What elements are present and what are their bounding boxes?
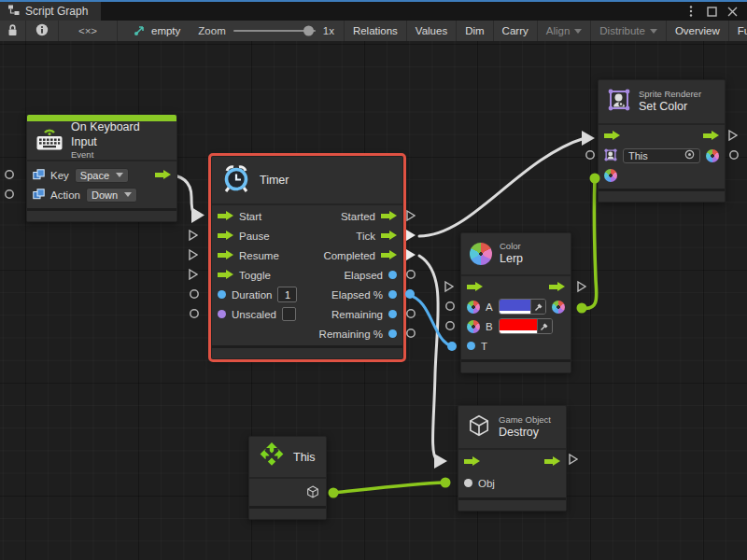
node-on-keyboard-input[interactable]: On Keyboard Input Event Key Space: [26, 114, 177, 222]
object-picker-icon[interactable]: [684, 149, 695, 161]
elapsed-out-port[interactable]: [388, 271, 397, 279]
resume-in-port[interactable]: [218, 250, 233, 260]
ext-port-circle[interactable]: [190, 309, 200, 319]
pause-in-port[interactable]: [218, 231, 233, 241]
node-header: On Keyboard Input Event: [27, 121, 176, 161]
zoom-slider-knob[interactable]: [303, 26, 314, 36]
enter-in-port[interactable]: [604, 131, 620, 141]
ext-port-circle[interactable]: [445, 301, 456, 312]
distribute-button[interactable]: Distribute: [591, 21, 667, 41]
window-menu-icon[interactable]: [684, 4, 698, 19]
completed-out-port[interactable]: [381, 250, 397, 260]
values-button[interactable]: Values: [407, 21, 457, 41]
enter-in-port[interactable]: [464, 456, 480, 467]
exit-out-port[interactable]: [544, 456, 560, 467]
ext-port-circle[interactable]: [729, 150, 740, 161]
color-in-port[interactable]: [604, 169, 617, 182]
ext-port-triangle[interactable]: [406, 210, 416, 222]
dim-button[interactable]: Dim: [457, 21, 493, 41]
ext-port-triangle[interactable]: [189, 230, 199, 242]
a-color-port[interactable]: [467, 301, 480, 314]
remaining-pct-out-port[interactable]: [388, 329, 397, 338]
unscaled-in-port[interactable]: [218, 310, 226, 318]
action-dropdown[interactable]: Down: [86, 188, 137, 203]
b-color-port[interactable]: [467, 320, 480, 333]
key-dropdown[interactable]: Space: [75, 168, 129, 183]
exit-out-port[interactable]: [703, 131, 719, 141]
zoom-value: 1x: [323, 25, 334, 36]
align-button[interactable]: Align: [538, 21, 592, 41]
graph-reference[interactable]: empty: [125, 21, 189, 41]
wire-this-to-destroy-obj[interactable]: [333, 483, 444, 493]
node-subtitle: Event: [71, 149, 168, 161]
relations-button[interactable]: Relations: [345, 21, 407, 41]
started-out-port[interactable]: [381, 211, 397, 221]
wire-timer-tick-to-setcolor[interactable]: [419, 138, 585, 236]
ext-port-triangle[interactable]: [189, 249, 199, 261]
start-in-port[interactable]: [218, 211, 233, 221]
enter-in-port[interactable]: [467, 282, 483, 292]
move-self-icon: [258, 441, 286, 473]
tick-out-port[interactable]: [381, 231, 397, 241]
node-this[interactable]: This: [248, 436, 327, 520]
sprite-renderer-icon: [607, 88, 631, 116]
exit-out-port[interactable]: [549, 282, 565, 292]
eyedropper-icon[interactable]: [537, 319, 552, 333]
ext-port-triangle-filled[interactable]: [405, 248, 416, 261]
remaining-out-port[interactable]: [388, 310, 397, 318]
ext-port-circle[interactable]: [190, 289, 200, 300]
close-icon[interactable]: [725, 4, 740, 19]
node-destroy[interactable]: Game Object Destroy Obj: [458, 405, 567, 511]
toggle-in-port[interactable]: [218, 270, 233, 280]
key-row: Key Space: [27, 165, 176, 185]
color-out-port[interactable]: [706, 149, 719, 162]
ext-port-triangle[interactable]: [577, 281, 587, 293]
eyedropper-icon[interactable]: [530, 300, 545, 314]
ext-port-triangle[interactable]: [728, 130, 739, 142]
node-title: Destroy: [499, 426, 551, 441]
ext-port-triangle-filled[interactable]: [405, 229, 416, 242]
node-header: Game Object Destroy: [458, 406, 566, 450]
ext-port-circle[interactable]: [5, 170, 15, 180]
a-color-field[interactable]: [499, 299, 546, 315]
trigger-out-port[interactable]: [155, 170, 171, 180]
info-button[interactable]: [26, 21, 59, 41]
ext-port-triangle[interactable]: [569, 454, 579, 466]
node-title: Timer: [260, 174, 289, 187]
graph-canvas[interactable]: On Keyboard Input Event Key Space: [0, 41, 747, 560]
ext-port-circle-filled-blue[interactable]: [404, 288, 416, 300]
ext-port-circle[interactable]: [445, 321, 456, 331]
ext-port-circle[interactable]: [406, 329, 416, 339]
ext-port-circle[interactable]: [406, 270, 416, 280]
timer-output-row: Tick: [281, 226, 402, 245]
ext-port-triangle[interactable]: [189, 269, 199, 281]
overview-button[interactable]: Overview: [667, 21, 729, 41]
lock-button[interactable]: [0, 21, 26, 41]
a-color-swatch[interactable]: [500, 300, 530, 314]
maximize-icon[interactable]: [704, 4, 719, 19]
code-toggle-button[interactable]: <×>: [59, 21, 118, 41]
obj-in-port[interactable]: [464, 479, 472, 487]
ext-port-circle[interactable]: [406, 309, 416, 319]
node-set-color[interactable]: Sprite Renderer Set Color This: [598, 79, 726, 203]
zoom-slider[interactable]: [233, 30, 316, 32]
wire-timer-completed-to-destroy[interactable]: [419, 256, 438, 460]
ext-port-triangle[interactable]: [444, 281, 455, 293]
duration-in-port[interactable]: [218, 290, 226, 299]
elapsed-pct-out-port[interactable]: [388, 290, 397, 299]
fullscreen-button[interactable]: Full Screen: [729, 21, 747, 41]
ext-port-circle[interactable]: [585, 150, 596, 161]
b-color-swatch[interactable]: [500, 319, 537, 333]
node-timer[interactable]: Timer Start Pause Resume Toggle Duration…: [211, 156, 403, 359]
chevron-down-icon: [650, 29, 657, 34]
carry-button[interactable]: Carry: [494, 21, 538, 41]
tab-title: Script Graph: [25, 5, 88, 18]
t-port[interactable]: [467, 342, 475, 350]
action-row: Action Down: [27, 185, 176, 204]
node-color-lerp[interactable]: Color Lerp A: [460, 232, 571, 373]
result-out-port[interactable]: [552, 301, 565, 314]
ext-port-circle[interactable]: [5, 189, 15, 200]
tab-script-graph[interactable]: Script Graph: [0, 2, 101, 21]
b-color-field[interactable]: [499, 318, 553, 334]
target-object-field[interactable]: This: [623, 148, 700, 163]
